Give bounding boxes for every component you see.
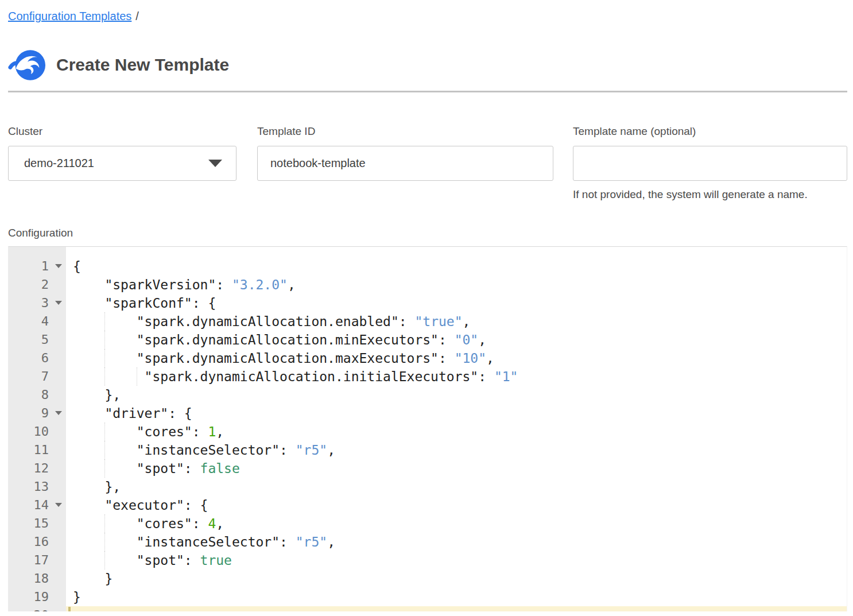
code-line: 4 "spark.dynamicAllocation.enabled": "tr… — [9, 312, 847, 331]
page-header: Create New Template — [8, 48, 853, 82]
code-line: 5 "spark.dynamicAllocation.minExecutors"… — [9, 331, 847, 349]
template-id-input[interactable] — [257, 146, 553, 181]
fold-arrow-icon[interactable] — [55, 301, 62, 305]
code-line: 7 "spark.dynamicAllocation.initialExecut… — [9, 367, 847, 386]
code-line: 3 "sparkConf": { — [9, 294, 847, 312]
indent-guide — [104, 459, 105, 478]
code-line: 18 } — [9, 569, 847, 588]
line-number: 12 — [9, 459, 66, 478]
code-text: "spark.dynamicAllocation.minExecutors": … — [66, 331, 847, 349]
code-text: "executor": { — [66, 496, 847, 514]
template-name-input[interactable] — [573, 146, 847, 181]
code-line: 20 — [9, 606, 847, 611]
indent-guide — [104, 441, 105, 459]
fold-arrow-icon[interactable] — [55, 264, 62, 268]
ocean-spark-logo-icon — [8, 49, 46, 82]
text-cursor — [68, 607, 71, 611]
line-number: 4 — [9, 312, 66, 331]
code-line: 11 "instanceSelector": "r5", — [9, 441, 847, 459]
template-form: Cluster demo-211021 Template ID Template… — [8, 125, 853, 201]
code-text: "sparkVersion": "3.2.0", — [66, 276, 847, 294]
breadcrumb-link-configuration-templates[interactable]: Configuration Templates — [8, 10, 131, 22]
code-text: "cores": 1, — [66, 423, 847, 441]
line-number: 3 — [9, 294, 66, 312]
code-line: 8 }, — [9, 386, 847, 404]
code-line: 2 "sparkVersion": "3.2.0", — [9, 276, 847, 294]
page-title: Create New Template — [56, 55, 229, 75]
line-number: 2 — [9, 276, 66, 294]
editor-lines: 1{2 "sparkVersion": "3.2.0",3 "sparkConf… — [9, 257, 847, 611]
code-text: } — [66, 569, 847, 588]
indent-guide — [104, 367, 105, 386]
code-text — [66, 606, 847, 611]
code-text: "cores": 4, — [66, 514, 847, 533]
code-text: }, — [66, 478, 847, 496]
template-name-label: Template name (optional) — [573, 125, 847, 138]
code-text: "instanceSelector": "r5", — [66, 533, 847, 551]
indent-guide — [104, 312, 105, 331]
code-text: "spark.dynamicAllocation.maxExecutors": … — [66, 349, 847, 367]
indent-guide — [104, 423, 105, 441]
template-name-field: Template name (optional) If not provided… — [573, 125, 847, 201]
code-line: 6 "spark.dynamicAllocation.maxExecutors"… — [9, 349, 847, 367]
code-text: "spot": false — [66, 459, 847, 478]
line-number: 16 — [9, 533, 66, 551]
template-name-helper-text: If not provided, the system will generat… — [573, 188, 847, 201]
code-text: "spot": true — [66, 551, 847, 569]
fold-arrow-icon[interactable] — [55, 503, 62, 507]
code-line: 17 "spot": true — [9, 551, 847, 569]
fold-arrow-icon[interactable] — [55, 411, 62, 415]
line-number: 19 — [9, 588, 66, 606]
header-divider — [8, 91, 847, 92]
code-text: }, — [66, 386, 847, 404]
code-line: 1{ — [9, 257, 847, 276]
code-line: 9 "driver": { — [9, 404, 847, 423]
code-line: 15 "cores": 4, — [9, 514, 847, 533]
cluster-select-value: demo-211021 — [24, 157, 94, 170]
code-line: 10 "cores": 1, — [9, 423, 847, 441]
line-number: 5 — [9, 331, 66, 349]
indent-guide — [137, 367, 137, 386]
cluster-select[interactable]: demo-211021 — [8, 146, 236, 181]
breadcrumb: Configuration Templates/ — [8, 0, 853, 24]
code-text: "instanceSelector": "r5", — [66, 441, 847, 459]
line-number: 1 — [9, 257, 66, 276]
code-text: "sparkConf": { — [66, 294, 847, 312]
code-text: { — [66, 257, 847, 276]
configuration-label: Configuration — [8, 227, 853, 239]
breadcrumb-separator: / — [135, 10, 139, 22]
configuration-editor[interactable]: 1{2 "sparkVersion": "3.2.0",3 "sparkConf… — [8, 246, 847, 611]
code-text: "driver": { — [66, 404, 847, 423]
code-text: "spark.dynamicAllocation.initialExecutor… — [66, 367, 847, 386]
line-number: 17 — [9, 551, 66, 569]
chevron-down-icon — [208, 160, 222, 167]
code-line: 16 "instanceSelector": "r5", — [9, 533, 847, 551]
code-line: 14 "executor": { — [9, 496, 847, 514]
line-number: 14 — [9, 496, 66, 514]
line-number: 7 — [9, 367, 66, 386]
indent-guide — [104, 551, 105, 569]
code-line: 19} — [9, 588, 847, 606]
line-number: 11 — [9, 441, 66, 459]
line-number: 9 — [9, 404, 66, 423]
cluster-field: Cluster demo-211021 — [8, 125, 236, 201]
code-text: "spark.dynamicAllocation.enabled": "true… — [66, 312, 847, 331]
create-template-page: Configuration Templates/ Create New Temp… — [0, 0, 853, 611]
line-number: 8 — [9, 386, 66, 404]
template-id-label: Template ID — [257, 125, 553, 138]
line-number: 10 — [9, 423, 66, 441]
code-line: 12 "spot": false — [9, 459, 847, 478]
line-number: 6 — [9, 349, 66, 367]
line-number: 13 — [9, 478, 66, 496]
indent-guide — [104, 533, 105, 551]
line-number: 20 — [9, 606, 66, 611]
indent-guide — [104, 514, 105, 533]
indent-guide — [104, 331, 105, 349]
template-id-field: Template ID — [257, 125, 553, 201]
line-number: 18 — [9, 569, 66, 588]
code-text: } — [66, 588, 847, 606]
indent-guide — [104, 349, 105, 367]
line-number: 15 — [9, 514, 66, 533]
cluster-label: Cluster — [8, 125, 236, 138]
code-line: 13 }, — [9, 478, 847, 496]
